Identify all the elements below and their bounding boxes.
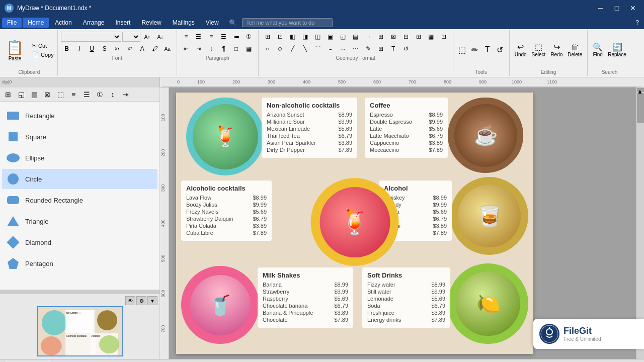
geom-row2-btn-3[interactable]: ╱ — [287, 43, 299, 54]
replace-button[interactable]: 🔄Replace — [606, 41, 628, 58]
align-justify-button[interactable]: ☰ — [218, 31, 230, 42]
geom-btn-10[interactable]: ⊞ — [375, 31, 387, 42]
align-left-button[interactable]: ≡ — [180, 31, 192, 42]
menu-arrange[interactable]: Arrange — [78, 18, 110, 28]
menu-view[interactable]: View — [201, 18, 224, 28]
geom-btn-14[interactable]: ▦ — [425, 31, 437, 42]
geom-btn-5[interactable]: ◫ — [312, 31, 324, 42]
menu-insert[interactable]: Insert — [110, 18, 135, 28]
menu-mailings[interactable]: Mailings — [168, 18, 200, 28]
geom-btn-9[interactable]: → — [362, 31, 374, 42]
select-button[interactable]: ⬚Select — [530, 41, 548, 58]
geom-btn-2[interactable]: ⊡ — [274, 31, 286, 42]
edit-tool-button[interactable]: ✏ — [469, 44, 481, 55]
line-spacing-button[interactable]: ↕ — [205, 43, 217, 54]
canvas[interactable]: 🍹 Non-alcoholic cocktails Arizona Sunset… — [176, 93, 533, 354]
geom-row2-btn-12[interactable]: ↺ — [400, 43, 412, 54]
paste-button[interactable]: 📋 Paste — [3, 39, 27, 61]
border-button[interactable]: □ — [230, 43, 243, 54]
shape-item-pentagon[interactable]: Pentagon — [2, 253, 157, 274]
clear-format-button[interactable]: Aa — [162, 43, 174, 54]
scroll-up-btn[interactable]: ▲ — [637, 88, 644, 92]
menu-action[interactable]: Action — [50, 18, 76, 28]
rotate-tool-button[interactable]: ↺ — [494, 44, 506, 55]
geom-row2-btn-4[interactable]: ╲ — [299, 43, 311, 54]
paragraph-style-button[interactable]: ¶ — [218, 43, 230, 54]
undo-button[interactable]: ↩Undo — [513, 41, 529, 58]
font-size-select[interactable] — [122, 32, 140, 42]
geom-row2-btn-9[interactable]: ✎ — [362, 43, 374, 54]
delete-button[interactable]: 🗑Delete — [566, 42, 584, 58]
shape-item-diamond[interactable]: Diamond — [2, 232, 157, 252]
geom-row2-btn-10[interactable]: ⊞ — [375, 43, 387, 54]
geom-btn-12[interactable]: ⊟ — [400, 31, 412, 42]
geom-row2-btn-5[interactable]: ⌒ — [312, 43, 324, 54]
subscript-button[interactable]: X₂ — [111, 43, 123, 54]
bold-button[interactable]: B — [61, 43, 73, 54]
copy-button[interactable]: 📄Copy — [30, 51, 55, 59]
menu-file[interactable]: File — [2, 18, 22, 28]
cut-button[interactable]: ✂Cut — [30, 42, 55, 50]
shapes-toolbar-btn-5[interactable]: ⬚ — [54, 89, 66, 100]
shapes-toolbar-btn-8[interactable]: ① — [94, 89, 106, 100]
find-button[interactable]: 🔍Find — [591, 41, 605, 58]
increase-font-button[interactable]: A↑ — [141, 31, 153, 42]
scroll-thumb[interactable] — [637, 93, 644, 123]
geom-row2-btn-6[interactable]: ⌣ — [325, 43, 337, 54]
redo-button[interactable]: ↪Redo — [548, 41, 565, 58]
panel-scrollbar[interactable] — [0, 290, 159, 294]
select-tool-button[interactable]: ⬚ — [456, 44, 468, 55]
list-button[interactable]: ≔ — [230, 31, 243, 42]
decrease-font-button[interactable]: A↓ — [154, 31, 167, 42]
geom-btn-7[interactable]: ◱ — [337, 31, 349, 42]
geom-btn-8[interactable]: ▤ — [350, 31, 362, 42]
align-center-button[interactable]: ☰ — [193, 31, 205, 42]
strikethrough-button[interactable]: S — [99, 43, 111, 54]
menu-home[interactable]: Home — [23, 18, 49, 28]
search-input[interactable] — [242, 18, 333, 27]
shapes-toolbar-btn-1[interactable]: ⊞ — [2, 89, 14, 100]
thumbnail-expand-btn[interactable]: ▼ — [147, 296, 157, 305]
geom-row2-btn-1[interactable]: ○ — [262, 43, 274, 54]
shapes-toolbar-btn-2[interactable]: ◱ — [15, 89, 27, 100]
indent-decrease-button[interactable]: ⇤ — [180, 43, 192, 54]
thumbnail-view-btn[interactable]: 👁 — [125, 296, 135, 305]
shapes-toolbar-btn-4[interactable]: ⊠ — [41, 89, 53, 100]
superscript-button[interactable]: X² — [124, 43, 136, 54]
shapes-toolbar-btn-9[interactable]: ↕ — [107, 89, 119, 100]
geom-row2-btn-11[interactable]: T — [387, 43, 399, 54]
geom-row2-btn-2[interactable]: ◇ — [274, 43, 286, 54]
italic-button[interactable]: I — [73, 43, 86, 54]
highlight-button[interactable]: 🖍 — [149, 43, 161, 54]
underline-button[interactable]: U — [86, 43, 98, 54]
shapes-toolbar-btn-10[interactable]: ⇥ — [120, 89, 132, 100]
shapes-toolbar-btn-7[interactable]: ☰ — [80, 89, 93, 100]
font-family-select[interactable] — [61, 32, 121, 42]
geom-btn-3[interactable]: ◧ — [287, 31, 299, 42]
shape-item-square[interactable]: Square — [2, 127, 157, 147]
geom-row2-btn-7[interactable]: ⌢ — [337, 43, 349, 54]
shape-item-circle[interactable]: Circle — [2, 169, 157, 189]
geom-btn-1[interactable]: ⊞ — [262, 31, 274, 42]
shade-button[interactable]: ▦ — [243, 43, 255, 54]
canvas-scroll-area[interactable]: 🍹 Non-alcoholic cocktails Arizona Sunset… — [171, 87, 644, 359]
text-tool-button[interactable]: T — [481, 44, 494, 55]
geom-row2-btn-8[interactable]: ⋯ — [350, 43, 362, 54]
help-button[interactable]: ? — [632, 18, 642, 28]
indent-increase-button[interactable]: ⇥ — [193, 43, 205, 54]
geom-btn-6[interactable]: ▣ — [325, 31, 337, 42]
shapes-toolbar-btn-6[interactable]: ≡ — [67, 89, 79, 100]
shape-item-rectangle[interactable]: Rectangle — [2, 106, 157, 126]
shape-item-rounded-rectangle[interactable]: Rounded Rectangle — [2, 190, 157, 210]
menu-review[interactable]: Review — [136, 18, 166, 28]
thumbnail-settings-btn[interactable]: ⚙ — [136, 296, 146, 305]
font-color-button[interactable]: A — [136, 43, 148, 54]
geom-btn-13[interactable]: ⊞ — [413, 31, 425, 42]
minimize-button[interactable]: ─ — [594, 3, 608, 13]
shape-item-triangle[interactable]: Triangle — [2, 211, 157, 231]
maximize-button[interactable]: □ — [610, 3, 624, 13]
close-button[interactable]: ✕ — [626, 3, 640, 13]
shapes-toolbar-btn-3[interactable]: ▦ — [28, 89, 40, 100]
shape-item-ellipse[interactable]: Ellipse — [2, 148, 157, 168]
geom-btn-15[interactable]: ⊡ — [438, 31, 450, 42]
